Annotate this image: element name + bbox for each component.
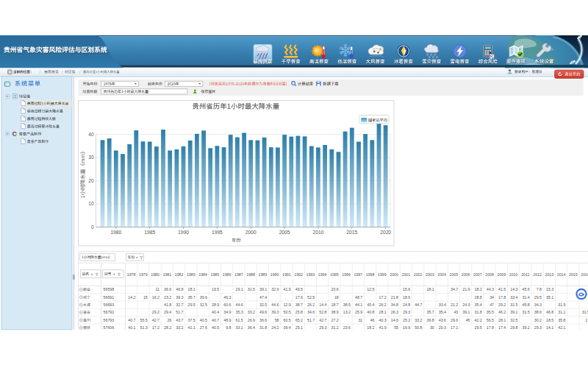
svg-text:16.2: 16.2: [152, 295, 159, 300]
svg-text:25.8: 25.8: [295, 310, 303, 314]
svg-text:44.6: 44.6: [271, 302, 279, 307]
svg-text:47: 47: [490, 302, 494, 307]
svg-text:37.5: 37.5: [187, 318, 195, 322]
svg-text:29.6: 29.6: [451, 318, 458, 322]
svg-text:31.1: 31.1: [558, 310, 565, 314]
svg-text:2004: 2004: [437, 272, 446, 277]
svg-text:34.8: 34.8: [391, 302, 398, 307]
svg-text:40.1: 40.1: [128, 325, 135, 330]
svg-text:45.6: 45.6: [522, 287, 529, 291]
svg-text:32.5: 32.5: [259, 302, 267, 307]
svg-text:2008: 2008: [485, 272, 494, 277]
svg-text:30.2: 30.2: [534, 318, 542, 322]
svg-text:7.8: 7.8: [537, 287, 542, 291]
svg-text:50.5: 50.5: [283, 310, 290, 314]
svg-text:35.3: 35.3: [235, 310, 243, 314]
svg-text:1993: 1993: [306, 272, 315, 277]
svg-text:29.4: 29.4: [164, 310, 171, 314]
svg-text:35.1: 35.1: [546, 295, 553, 300]
svg-text:38.7: 38.7: [295, 302, 303, 307]
svg-text:1985: 1985: [144, 230, 155, 235]
svg-text:41.1: 41.1: [187, 325, 195, 330]
svg-text:10: 10: [88, 201, 94, 206]
svg-text:2002: 2002: [414, 272, 423, 277]
svg-text:31.5: 31.5: [522, 310, 529, 314]
svg-text:50.8: 50.8: [415, 325, 422, 330]
svg-text:1978: 1978: [127, 272, 136, 277]
svg-text:14.6: 14.6: [391, 318, 398, 322]
svg-text:32.5: 32.5: [510, 318, 517, 322]
svg-text:24.3: 24.3: [462, 302, 470, 307]
svg-text:31.2: 31.2: [331, 325, 338, 330]
svg-text:41.5: 41.5: [498, 287, 506, 291]
svg-text:33.2: 33.2: [415, 318, 422, 322]
svg-text:2015: 2015: [346, 230, 357, 235]
svg-text:21.2: 21.2: [451, 302, 458, 307]
svg-text:2005: 2005: [449, 272, 458, 277]
svg-text:56793: 56793: [104, 318, 115, 322]
svg-text:26.2: 26.2: [307, 302, 315, 307]
svg-text:15.6: 15.6: [403, 287, 410, 291]
svg-text:31: 31: [358, 318, 362, 322]
svg-text:1995: 1995: [212, 230, 223, 235]
svg-text:17.6: 17.6: [295, 295, 303, 300]
svg-text:30: 30: [430, 325, 434, 330]
svg-text:2006: 2006: [462, 272, 470, 277]
svg-text:0: 0: [91, 224, 94, 230]
svg-text:31.5: 31.5: [248, 287, 255, 291]
svg-text:1983: 1983: [187, 272, 196, 277]
svg-text:14.2: 14.2: [128, 295, 135, 300]
svg-text:32.7: 32.7: [176, 302, 183, 307]
svg-text:61.5: 61.5: [235, 318, 243, 322]
svg-text:24.2: 24.2: [271, 325, 279, 330]
svg-text:1990: 1990: [178, 230, 189, 235]
svg-text:1999: 1999: [378, 272, 387, 277]
svg-text:40.5: 40.5: [200, 318, 207, 322]
svg-text:48.7: 48.7: [355, 295, 362, 300]
svg-text:17.8: 17.8: [498, 295, 506, 300]
svg-text:51.7: 51.7: [176, 310, 183, 314]
svg-text:28.1: 28.1: [498, 318, 506, 322]
svg-text:60.6: 60.6: [223, 302, 231, 307]
svg-text:2000: 2000: [390, 272, 398, 277]
svg-text:1985: 1985: [210, 272, 219, 277]
svg-text:1982: 1982: [175, 272, 184, 277]
svg-text:18: 18: [334, 295, 339, 300]
svg-text:31.4: 31.4: [522, 295, 529, 300]
svg-text:26.3: 26.3: [391, 310, 398, 314]
svg-text:1979: 1979: [139, 272, 148, 277]
svg-text:29.5: 29.5: [534, 295, 542, 300]
svg-text:33.1: 33.1: [235, 325, 243, 330]
svg-text:34.9: 34.9: [223, 310, 231, 314]
svg-text:36.6: 36.6: [164, 287, 171, 291]
svg-text:29.3: 29.3: [319, 325, 326, 330]
svg-text:1988: 1988: [246, 272, 255, 277]
svg-text:33.2: 33.2: [248, 310, 255, 314]
svg-text:41.9: 41.9: [379, 325, 386, 330]
svg-text:29.5: 29.5: [187, 302, 195, 307]
svg-text:44.3: 44.3: [487, 287, 494, 291]
svg-text:26.9: 26.9: [248, 318, 255, 322]
svg-text:17.4: 17.4: [498, 325, 506, 330]
svg-text:33.4: 33.4: [510, 295, 517, 300]
svg-text:36.4: 36.4: [248, 325, 255, 330]
svg-text:57606: 57606: [104, 325, 115, 330]
svg-text:51.7: 51.7: [307, 318, 315, 322]
svg-text:2005: 2005: [279, 230, 290, 235]
svg-text:34.7: 34.7: [451, 287, 458, 291]
svg-text:28.1: 28.1: [379, 310, 386, 314]
svg-text:58: 58: [275, 318, 279, 322]
svg-text:21.9: 21.9: [462, 287, 470, 291]
svg-text:18.2: 18.2: [367, 325, 374, 330]
svg-text:60.5: 60.5: [283, 318, 290, 322]
svg-text:38.5: 38.5: [343, 302, 351, 307]
svg-text:45.8: 45.8: [522, 302, 529, 307]
svg-text:30: 30: [88, 155, 94, 160]
svg-text:39.1: 39.1: [259, 287, 267, 291]
svg-text:45.4: 45.4: [367, 302, 374, 307]
svg-text:29.3: 29.3: [534, 325, 542, 330]
svg-text:49.6: 49.6: [259, 310, 267, 314]
svg-text:35.5: 35.5: [487, 310, 494, 314]
svg-text:24.8: 24.8: [403, 302, 410, 307]
svg-text:40.7: 40.7: [128, 318, 135, 322]
